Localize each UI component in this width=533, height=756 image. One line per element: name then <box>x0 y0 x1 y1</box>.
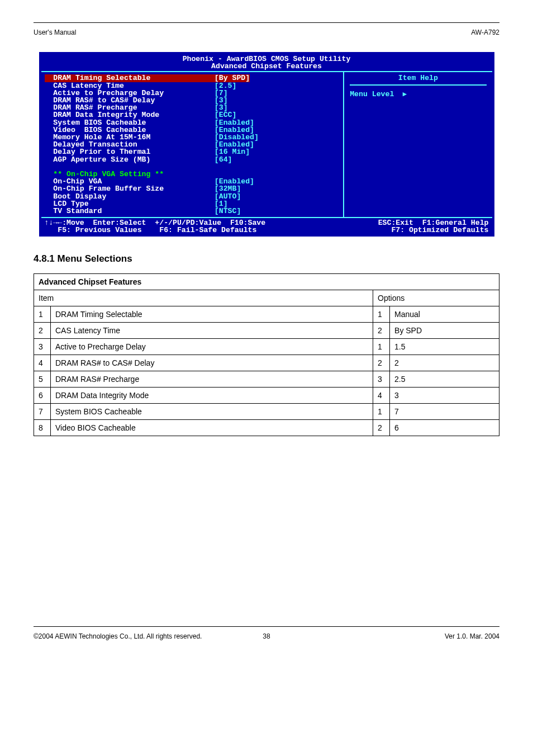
bios-footer-2: F5: Previous Values F6: Fail-Safe Defaul… <box>41 226 492 234</box>
table-row: 4 DRAM RAS# to CAS# Delay 2 2 <box>34 355 499 371</box>
bios-settings-panel: DRAM Timing Selectable[By SPD] CAS Laten… <box>41 72 344 217</box>
group-title: Advanced Chipset Features <box>34 273 499 290</box>
page-header: User's Manual AW-A792 <box>34 29 499 36</box>
table-row: 8 Video BIOS Cacheable 2 6 <box>34 419 499 436</box>
page-footer: ©2004 AEWIN Technologies Co., Ltd. All r… <box>34 626 499 640</box>
footer2-left: F5: Previous Values F6: Fail-Safe Defaul… <box>58 226 256 234</box>
table-head-row: Item Options <box>34 290 499 306</box>
footer-page-number: 38 <box>263 632 270 640</box>
setting-agp-aperture-size[interactable]: AGP Aperture Size (MB)[64] <box>45 156 338 163</box>
table-row: 1 DRAM Timing Selectable 1 Manual <box>34 306 499 322</box>
footer-copyright: ©2004 AEWIN Technologies Co., Ltd. All r… <box>34 632 202 640</box>
footer-version: Ver 1.0. Mar. 2004 <box>445 632 499 640</box>
col-options: Options <box>373 290 499 306</box>
setting-tv-standard[interactable]: TV Standard[NTSC] <box>45 207 338 215</box>
header-left: User's Manual <box>34 29 76 36</box>
table-row: 6 DRAM Data Integrity Mode 4 3 <box>34 387 499 403</box>
col-item: Item <box>34 290 373 306</box>
table-row: 2 CAS Latency Time 2 By SPD <box>34 322 499 338</box>
section-heading: 4.8.1 Menu Selections <box>34 253 499 264</box>
table-row: 5 DRAM RAS# Precharge 3 2.5 <box>34 371 499 387</box>
table-row: 7 System BIOS Cacheable 1 7 <box>34 403 499 419</box>
bios-footer-1: ↑↓→←:Move Enter:Select +/-/PU/PD:Value F… <box>41 217 492 226</box>
footer2-right: F7: Optimized Defaults <box>391 226 488 234</box>
bios-title-2: Advanced Chipset Features <box>41 63 492 70</box>
bios-title: Phoenix - AwardBIOS CMOS Setup Utility A… <box>41 54 492 71</box>
help-menu-level: Menu Level ▸ <box>350 90 486 98</box>
menu-selections-table: Advanced Chipset Features Item Options 1… <box>34 273 499 436</box>
table-row: 3 Active to Precharge Delay 1 1.5 <box>34 338 499 355</box>
bios-help-panel: Item Help Menu Level ▸ <box>343 72 492 217</box>
bios-screenshot: Phoenix - AwardBIOS CMOS Setup Utility A… <box>39 52 494 237</box>
table-group-row: Advanced Chipset Features <box>34 273 499 290</box>
help-title: Item Help <box>350 74 486 85</box>
header-right: AW-A792 <box>471 29 499 36</box>
menu-arrow-icon: ▸ <box>403 89 407 98</box>
